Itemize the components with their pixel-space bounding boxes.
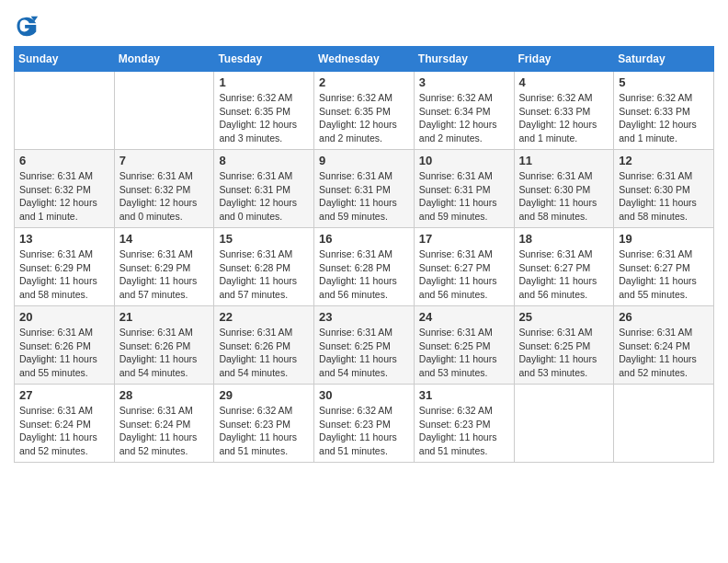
day-detail: Sunrise: 6:31 AM Sunset: 6:25 PM Dayligh… [319,327,397,378]
day-detail: Sunrise: 6:31 AM Sunset: 6:26 PM Dayligh… [219,327,297,378]
weekday-header-wednesday: Wednesday [314,47,415,72]
day-number: 6 [19,154,109,167]
day-number: 1 [219,75,309,89]
day-detail: Sunrise: 6:31 AM Sunset: 6:24 PM Dayligh… [619,327,697,378]
day-number: 2 [319,75,409,89]
week-row-3: 13Sunrise: 6:31 AM Sunset: 6:29 PM Dayli… [15,228,714,306]
calendar-cell: 17Sunrise: 6:31 AM Sunset: 6:27 PM Dayli… [414,228,514,306]
calendar-cell: 20Sunrise: 6:31 AM Sunset: 6:26 PM Dayli… [15,306,115,385]
calendar-cell: 6Sunrise: 6:31 AM Sunset: 6:32 PM Daylig… [15,150,115,228]
week-row-1: 1Sunrise: 6:32 AM Sunset: 6:35 PM Daylig… [15,72,714,150]
day-detail: Sunrise: 6:31 AM Sunset: 6:31 PM Dayligh… [319,170,397,222]
calendar-cell [114,72,214,150]
day-number: 30 [319,388,409,402]
day-number: 24 [419,310,509,324]
calendar-cell: 9Sunrise: 6:31 AM Sunset: 6:31 PM Daylig… [314,150,415,228]
day-detail: Sunrise: 6:31 AM Sunset: 6:24 PM Dayligh… [19,405,97,456]
day-number: 5 [619,75,709,89]
day-detail: Sunrise: 6:31 AM Sunset: 6:27 PM Dayligh… [519,248,597,300]
day-detail: Sunrise: 6:32 AM Sunset: 6:33 PM Dayligh… [519,92,597,144]
day-number: 4 [519,75,609,89]
day-detail: Sunrise: 6:31 AM Sunset: 6:26 PM Dayligh… [119,327,198,378]
calendar-cell: 30Sunrise: 6:32 AM Sunset: 6:23 PM Dayli… [314,385,415,463]
weekday-header-saturday: Saturday [614,47,714,72]
day-detail: Sunrise: 6:31 AM Sunset: 6:24 PM Dayligh… [119,405,198,456]
calendar-cell [514,385,614,463]
weekday-header-row: SundayMondayTuesdayWednesdayThursdayFrid… [15,47,714,72]
calendar-cell: 13Sunrise: 6:31 AM Sunset: 6:29 PM Dayli… [15,228,115,306]
day-number: 8 [219,154,309,167]
day-number: 11 [519,154,609,167]
weekday-header-tuesday: Tuesday [214,47,314,72]
day-detail: Sunrise: 6:32 AM Sunset: 6:35 PM Dayligh… [219,92,297,144]
weekday-header-sunday: Sunday [15,47,115,72]
day-detail: Sunrise: 6:31 AM Sunset: 6:27 PM Dayligh… [619,248,697,300]
calendar-cell: 5Sunrise: 6:32 AM Sunset: 6:33 PM Daylig… [614,72,714,150]
calendar-cell: 19Sunrise: 6:31 AM Sunset: 6:27 PM Dayli… [614,228,714,306]
day-number: 21 [119,310,210,324]
day-number: 22 [219,310,309,324]
day-detail: Sunrise: 6:31 AM Sunset: 6:30 PM Dayligh… [519,170,597,222]
day-detail: Sunrise: 6:32 AM Sunset: 6:23 PM Dayligh… [419,405,497,456]
calendar-cell: 23Sunrise: 6:31 AM Sunset: 6:25 PM Dayli… [314,306,415,385]
day-number: 23 [319,310,409,324]
page: SundayMondayTuesdayWednesdayThursdayFrid… [0,0,728,563]
day-detail: Sunrise: 6:32 AM Sunset: 6:34 PM Dayligh… [419,92,497,144]
day-number: 31 [419,388,509,402]
logo-icon [14,13,40,39]
day-detail: Sunrise: 6:31 AM Sunset: 6:27 PM Dayligh… [419,248,497,300]
weekday-header-thursday: Thursday [414,47,514,72]
logo [14,13,43,39]
calendar-cell: 15Sunrise: 6:31 AM Sunset: 6:28 PM Dayli… [214,228,314,306]
calendar-cell: 28Sunrise: 6:31 AM Sunset: 6:24 PM Dayli… [114,385,214,463]
day-detail: Sunrise: 6:31 AM Sunset: 6:26 PM Dayligh… [19,327,97,378]
calendar-cell: 29Sunrise: 6:32 AM Sunset: 6:23 PM Dayli… [214,385,314,463]
calendar-cell: 16Sunrise: 6:31 AM Sunset: 6:28 PM Dayli… [314,228,415,306]
week-row-2: 6Sunrise: 6:31 AM Sunset: 6:32 PM Daylig… [15,150,714,228]
calendar-cell: 7Sunrise: 6:31 AM Sunset: 6:32 PM Daylig… [114,150,214,228]
day-number: 25 [519,310,609,324]
calendar-cell: 8Sunrise: 6:31 AM Sunset: 6:31 PM Daylig… [214,150,314,228]
day-detail: Sunrise: 6:32 AM Sunset: 6:23 PM Dayligh… [219,405,297,456]
day-number: 20 [19,310,109,324]
calendar-table: SundayMondayTuesdayWednesdayThursdayFrid… [14,46,714,463]
header [14,9,714,39]
calendar-cell: 2Sunrise: 6:32 AM Sunset: 6:35 PM Daylig… [314,72,415,150]
day-detail: Sunrise: 6:31 AM Sunset: 6:32 PM Dayligh… [119,170,198,222]
day-number: 18 [519,232,609,246]
calendar-cell [15,72,115,150]
calendar-cell: 24Sunrise: 6:31 AM Sunset: 6:25 PM Dayli… [414,306,514,385]
weekday-header-friday: Friday [514,47,614,72]
calendar-cell: 10Sunrise: 6:31 AM Sunset: 6:31 PM Dayli… [414,150,514,228]
day-number: 28 [119,388,210,402]
day-number: 10 [419,154,509,167]
day-number: 27 [19,388,109,402]
calendar-cell: 14Sunrise: 6:31 AM Sunset: 6:29 PM Dayli… [114,228,214,306]
day-number: 15 [219,232,309,246]
day-number: 14 [119,232,210,246]
calendar-cell: 3Sunrise: 6:32 AM Sunset: 6:34 PM Daylig… [414,72,514,150]
day-number: 7 [119,154,210,167]
calendar-cell: 1Sunrise: 6:32 AM Sunset: 6:35 PM Daylig… [214,72,314,150]
day-detail: Sunrise: 6:31 AM Sunset: 6:30 PM Dayligh… [619,170,697,222]
day-number: 3 [419,75,509,89]
calendar-cell: 22Sunrise: 6:31 AM Sunset: 6:26 PM Dayli… [214,306,314,385]
calendar-cell: 12Sunrise: 6:31 AM Sunset: 6:30 PM Dayli… [614,150,714,228]
day-detail: Sunrise: 6:31 AM Sunset: 6:28 PM Dayligh… [219,248,297,300]
weekday-header-monday: Monday [114,47,214,72]
day-number: 13 [19,232,109,246]
day-detail: Sunrise: 6:31 AM Sunset: 6:31 PM Dayligh… [219,170,297,222]
day-number: 12 [619,154,709,167]
day-number: 29 [219,388,309,402]
day-detail: Sunrise: 6:32 AM Sunset: 6:33 PM Dayligh… [619,92,697,144]
day-detail: Sunrise: 6:31 AM Sunset: 6:25 PM Dayligh… [519,327,597,378]
week-row-5: 27Sunrise: 6:31 AM Sunset: 6:24 PM Dayli… [15,385,714,463]
day-detail: Sunrise: 6:31 AM Sunset: 6:28 PM Dayligh… [319,248,397,300]
calendar-cell: 18Sunrise: 6:31 AM Sunset: 6:27 PM Dayli… [514,228,614,306]
calendar-cell: 4Sunrise: 6:32 AM Sunset: 6:33 PM Daylig… [514,72,614,150]
day-detail: Sunrise: 6:31 AM Sunset: 6:25 PM Dayligh… [419,327,497,378]
day-detail: Sunrise: 6:31 AM Sunset: 6:31 PM Dayligh… [419,170,497,222]
day-detail: Sunrise: 6:32 AM Sunset: 6:35 PM Dayligh… [319,92,397,144]
day-detail: Sunrise: 6:31 AM Sunset: 6:29 PM Dayligh… [119,248,198,300]
day-number: 17 [419,232,509,246]
